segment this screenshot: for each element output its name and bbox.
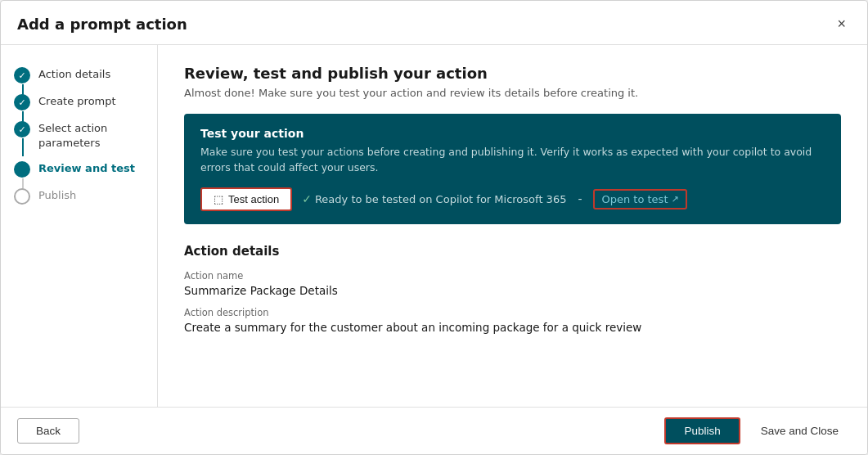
- footer-right: Publish Save and Close: [664, 417, 851, 444]
- section-subtitle: Almost done! Make sure you test your act…: [184, 87, 841, 99]
- back-button[interactable]: Back: [17, 418, 79, 444]
- step-dot-review-and-test: [14, 161, 30, 178]
- external-link-icon: ↗: [672, 194, 679, 205]
- step-dot-publish: [14, 188, 30, 205]
- separator: -: [578, 192, 582, 205]
- modal-footer: Back Publish Save and Close: [1, 407, 867, 454]
- modal-body: ✓ Action details ✓ Create prompt ✓ Selec…: [1, 45, 867, 407]
- step-dot-create-prompt: ✓: [14, 94, 30, 110]
- close-button[interactable]: ×: [832, 14, 851, 34]
- test-card: Test your action Make sure you test your…: [184, 114, 841, 224]
- open-to-test-label: Open to test: [601, 193, 668, 205]
- test-action-button[interactable]: ⬚ Test action: [200, 187, 292, 211]
- check-icon: ✓: [302, 192, 312, 205]
- step-label-select-action-parameters: Select action parameters: [38, 120, 144, 151]
- action-description-label: Action description: [184, 307, 841, 318]
- modal-container: Add a prompt action × ✓ Action details ✓…: [0, 0, 868, 455]
- publish-button[interactable]: Publish: [664, 417, 740, 444]
- save-close-button[interactable]: Save and Close: [749, 418, 851, 444]
- main-content: Review, test and publish your action Alm…: [158, 45, 867, 407]
- step-label-action-details: Action details: [38, 66, 110, 82]
- open-to-test-link[interactable]: Open to test ↗: [593, 189, 686, 209]
- action-name-value: Summarize Package Details: [184, 284, 841, 297]
- sidebar: ✓ Action details ✓ Create prompt ✓ Selec…: [1, 45, 158, 407]
- step-label-create-prompt: Create prompt: [38, 93, 116, 109]
- section-title: Review, test and publish your action: [184, 65, 841, 82]
- test-action-label: Test action: [228, 193, 279, 205]
- test-card-description: Make sure you test your actions before c…: [200, 145, 825, 176]
- sidebar-item-action-details[interactable]: ✓ Action details: [1, 61, 157, 88]
- modal-header: Add a prompt action ×: [1, 1, 867, 45]
- action-name-group: Action name Summarize Package Details: [184, 270, 841, 297]
- sidebar-item-publish[interactable]: Publish: [1, 182, 157, 209]
- step-label-review-and-test: Review and test: [38, 160, 135, 176]
- step-dot-action-details: ✓: [14, 67, 30, 83]
- ready-text: ✓ Ready to be tested on Copilot for Micr…: [302, 192, 566, 205]
- test-card-title: Test your action: [200, 127, 825, 140]
- sidebar-item-review-and-test[interactable]: Review and test: [1, 155, 157, 182]
- step-label-publish: Publish: [38, 187, 76, 203]
- step-dot-select-action-parameters: ✓: [14, 121, 30, 137]
- action-description-group: Action description Create a summary for …: [184, 307, 841, 334]
- action-description-value: Create a summary for the customer about …: [184, 321, 841, 334]
- test-card-actions: ⬚ Test action ✓ Ready to be tested on Co…: [200, 187, 825, 211]
- ready-label: Ready to be tested on Copilot for Micros…: [315, 193, 567, 205]
- sidebar-item-create-prompt[interactable]: ✓ Create prompt: [1, 88, 157, 115]
- test-icon: ⬚: [214, 193, 223, 205]
- sidebar-item-select-action-parameters[interactable]: ✓ Select action parameters: [1, 115, 157, 155]
- action-details-heading: Action details: [184, 244, 841, 259]
- action-name-label: Action name: [184, 270, 841, 282]
- action-details-section: Action details Action name Summarize Pac…: [184, 244, 841, 344]
- modal-title: Add a prompt action: [17, 16, 187, 33]
